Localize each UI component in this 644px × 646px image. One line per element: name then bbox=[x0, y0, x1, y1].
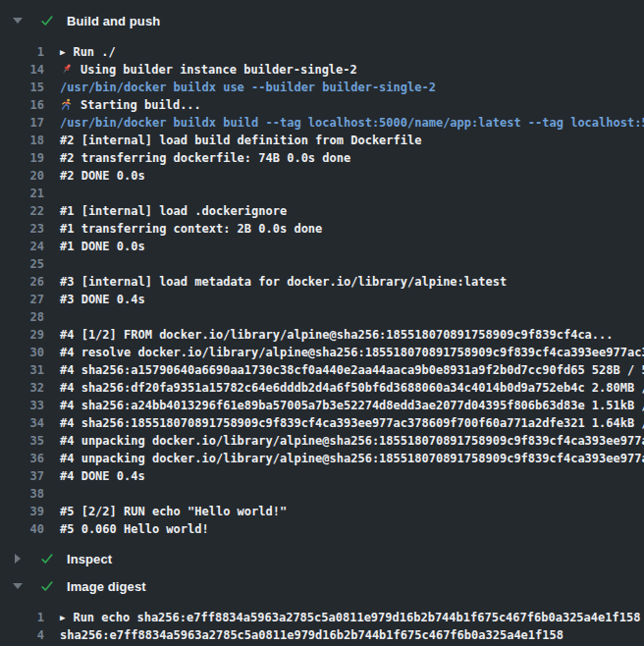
line-number: 36 bbox=[0, 450, 44, 467]
line-number: 34 bbox=[0, 414, 44, 432]
line-number: 14 bbox=[0, 61, 44, 79]
line-text: #2 transferring dockerfile: 74B 0.0s don… bbox=[60, 151, 350, 165]
line-number: 15 bbox=[0, 79, 44, 96]
log-line[interactable]: 37#4 DONE 0.4s bbox=[0, 467, 644, 485]
line-text: #4 sha256:185518070891758909c9f839cf4ca3… bbox=[60, 416, 644, 430]
section-log-lines: 1▶Run ./14Using builder instance builder… bbox=[0, 33, 644, 546]
log-line[interactable]: 35#4 unpacking docker.io/library/alpine@… bbox=[0, 432, 644, 450]
line-number: 21 bbox=[0, 185, 44, 202]
success-check-icon bbox=[39, 13, 55, 28]
section-build-and-push: Build and push 1▶Run ./14Using builder i… bbox=[0, 8, 644, 546]
log-line[interactable]: 20#2 DONE 0.0s bbox=[0, 167, 644, 185]
log-line[interactable]: 31#4 sha256:a15790640a6690aa1730c38cf0a4… bbox=[0, 361, 644, 379]
line-number: 20 bbox=[0, 167, 44, 185]
line-number: 24 bbox=[0, 238, 44, 255]
chevron-down-icon[interactable] bbox=[12, 18, 24, 24]
line-number: 32 bbox=[0, 379, 44, 397]
log-line[interactable]: 14Using builder instance builder-single-… bbox=[0, 61, 644, 79]
log-line[interactable]: 21 bbox=[0, 185, 644, 202]
section-header-image-digest[interactable]: Image digest bbox=[0, 573, 644, 599]
expand-arrow-icon[interactable]: ▶ bbox=[60, 609, 65, 626]
line-text: #3 DONE 0.4s bbox=[60, 293, 145, 306]
line-text: #4 DONE 0.4s bbox=[60, 469, 145, 483]
line-text: #4 resolve docker.io/library/alpine@sha2… bbox=[60, 346, 644, 359]
section-header-inspect[interactable]: Inspect bbox=[0, 546, 644, 571]
log-line[interactable]: 1▶Run echo sha256:e7ff8834a5963a2785c5a0… bbox=[0, 609, 644, 626]
line-number: 35 bbox=[0, 432, 44, 450]
log-line[interactable]: 4sha256:e7ff8834a5963a2785c5a0811e979d16… bbox=[0, 626, 644, 644]
log-line[interactable]: 17/usr/bin/docker buildx build --tag loc… bbox=[0, 114, 644, 132]
log-line[interactable]: 23#1 transferring context: 2B 0.0s done bbox=[0, 220, 644, 238]
log-line[interactable]: 36#4 unpacking docker.io/library/alpine@… bbox=[0, 450, 644, 467]
section-image-digest: Image digest 1▶Run echo sha256:e7ff8834a… bbox=[0, 573, 644, 646]
line-number: 39 bbox=[0, 503, 44, 520]
line-text: #2 [internal] load build definition from… bbox=[60, 134, 421, 147]
log-line[interactable]: 39#5 [2/2] RUN echo "Hello world!" bbox=[0, 503, 644, 520]
line-text: #4 unpacking docker.io/library/alpine@sh… bbox=[60, 452, 644, 465]
line-number: 26 bbox=[0, 273, 44, 291]
line-text: #1 transferring context: 2B 0.0s done bbox=[60, 222, 322, 236]
log-line[interactable]: 16Starting build... bbox=[0, 96, 644, 114]
workflow-log-viewer: Build and push 1▶Run ./14Using builder i… bbox=[0, 0, 644, 646]
log-line[interactable]: 32#4 sha256:df20fa9351a15782c64e6dddb2d4… bbox=[0, 379, 644, 397]
line-number: 22 bbox=[0, 202, 44, 220]
line-number: 38 bbox=[0, 485, 44, 503]
expand-arrow-icon[interactable]: ▶ bbox=[60, 43, 65, 61]
line-number: 19 bbox=[0, 149, 44, 167]
line-number: 27 bbox=[0, 291, 44, 308]
line-number: 30 bbox=[0, 344, 44, 361]
section-header-build-and-push[interactable]: Build and push bbox=[0, 8, 644, 33]
command-line-text: /usr/bin/docker buildx build --tag local… bbox=[60, 116, 644, 130]
log-line[interactable]: 27#3 DONE 0.4s bbox=[0, 291, 644, 308]
section-title: Image digest bbox=[67, 579, 146, 594]
line-number: 16 bbox=[0, 96, 44, 114]
section-title: Inspect bbox=[67, 552, 112, 566]
log-line[interactable]: 18#2 [internal] load build definition fr… bbox=[0, 132, 644, 149]
log-line[interactable]: 24#1 DONE 0.0s bbox=[0, 238, 644, 255]
line-text: #4 sha256:a15790640a6690aa1730c38cf0a440… bbox=[60, 363, 644, 377]
line-number: 29 bbox=[0, 326, 44, 344]
line-text: #4 sha256:a24bb4013296f61e89ba57005a7b3e… bbox=[60, 399, 644, 412]
line-text: Using builder instance builder-single-2 bbox=[60, 63, 357, 77]
section-inspect: Inspect bbox=[0, 546, 644, 571]
command-line-text: /usr/bin/docker buildx use --builder bui… bbox=[60, 81, 436, 94]
log-line[interactable]: 33#4 sha256:a24bb4013296f61e89ba57005a7b… bbox=[0, 397, 644, 414]
line-number: 18 bbox=[0, 132, 44, 149]
line-text: ▶Run echo sha256:e7ff8834a5963a2785c5a08… bbox=[60, 611, 640, 624]
log-line[interactable]: 40#5 0.060 Hello world! bbox=[0, 520, 644, 538]
log-line[interactable]: 34#4 sha256:185518070891758909c9f839cf4c… bbox=[0, 414, 644, 432]
line-number: 17 bbox=[0, 114, 44, 132]
chevron-right-icon[interactable] bbox=[12, 554, 24, 564]
success-check-icon bbox=[39, 551, 55, 566]
log-line[interactable]: 26#3 [internal] load metadata for docker… bbox=[0, 273, 644, 291]
line-text: ▶Run ./ bbox=[60, 45, 116, 59]
log-line[interactable]: 29#4 [1/2] FROM docker.io/library/alpine… bbox=[0, 326, 644, 344]
line-text: Starting build... bbox=[60, 98, 201, 112]
log-line[interactable]: 1▶Run ./ bbox=[0, 43, 644, 61]
log-line[interactable]: 28 bbox=[0, 308, 644, 326]
log-line[interactable]: 15/usr/bin/docker buildx use --builder b… bbox=[0, 79, 644, 96]
line-text: #3 [internal] load metadata for docker.i… bbox=[60, 275, 507, 289]
chevron-down-icon[interactable] bbox=[12, 583, 24, 589]
line-text: sha256:e7ff8834a5963a2785c5a0811e979d16b… bbox=[60, 628, 564, 642]
line-text: #4 unpacking docker.io/library/alpine@sh… bbox=[60, 434, 644, 448]
line-text: #4 sha256:df20fa9351a15782c64e6dddb2d4a6… bbox=[60, 381, 644, 395]
line-number: 1 bbox=[0, 609, 44, 626]
log-line[interactable]: 22#1 [internal] load .dockerignore bbox=[0, 202, 644, 220]
line-text: #2 DONE 0.0s bbox=[60, 169, 145, 183]
line-number: 23 bbox=[0, 220, 44, 238]
line-number: 1 bbox=[0, 43, 44, 61]
line-text: #1 [internal] load .dockerignore bbox=[60, 204, 287, 218]
line-number: 40 bbox=[0, 520, 44, 538]
log-line[interactable]: 30#4 resolve docker.io/library/alpine@sh… bbox=[0, 344, 644, 361]
line-number: 37 bbox=[0, 467, 44, 485]
runner-icon bbox=[60, 98, 74, 114]
line-text: #1 DONE 0.0s bbox=[60, 240, 145, 253]
success-check-icon bbox=[39, 578, 55, 594]
line-text: #5 [2/2] RUN echo "Hello world!" bbox=[60, 505, 287, 518]
log-line[interactable]: 25 bbox=[0, 255, 644, 273]
log-line[interactable]: 38 bbox=[0, 485, 644, 503]
section-title: Build and push bbox=[67, 14, 160, 28]
line-number: 25 bbox=[0, 255, 44, 273]
log-line[interactable]: 19#2 transferring dockerfile: 74B 0.0s d… bbox=[0, 149, 644, 167]
